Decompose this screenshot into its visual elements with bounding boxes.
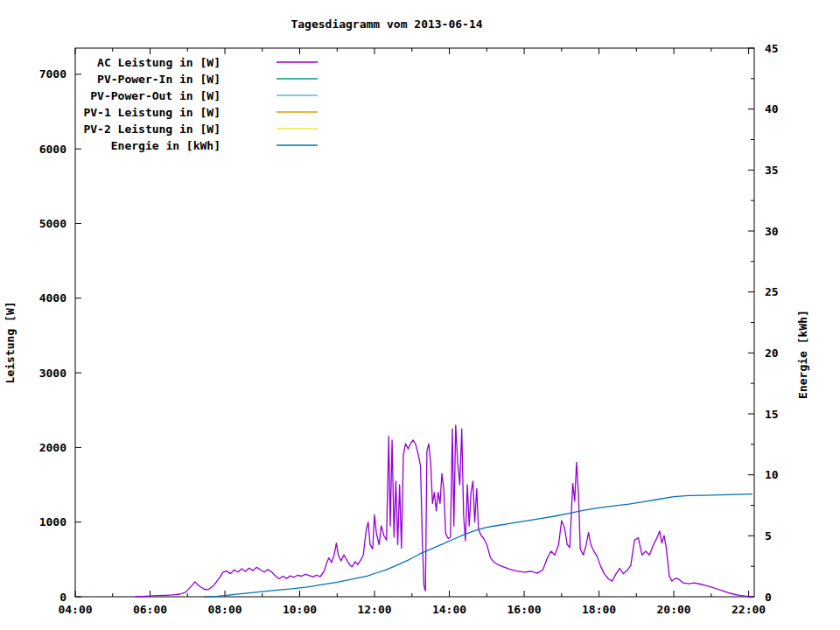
y-right-tick-label: 40 [765,102,779,116]
y-left-tick-label: 5000 [39,217,66,230]
legend-item: PV-1 Leistung in [W] [83,106,318,119]
x-tick-label: 04:00 [58,603,92,616]
y-left-tick-label: 1000 [39,515,66,528]
x-tick-label: 06:00 [133,603,167,616]
y-right-tick-label: 0 [765,591,772,604]
x-tick-label: 18:00 [582,603,616,616]
tagesdiagramm-chart: Tagesdiagramm vom 2013-06-1404:0006:0008… [0,0,840,630]
y-right-tick-label: 10 [765,468,779,481]
legend-label: AC Leistung in [W] [97,56,220,69]
y-axis-right: 051015202530354045Energie [kWh] [748,42,809,604]
y-left-tick-label: 7000 [39,67,66,80]
legend-label: Energie in [kWh] [111,139,220,152]
x-tick-label: 14:00 [432,603,466,616]
series-ac-leistung [135,425,750,597]
chart-canvas: Tagesdiagramm vom 2013-06-1404:0006:0008… [0,0,840,630]
y-left-tick-label: 3000 [39,367,66,380]
legend-item: PV-Power-In in [W] [97,73,318,86]
y-right-tick-label: 25 [765,285,779,298]
y-left-tick-label: 0 [60,591,66,604]
legend-item: PV-2 Leistung in [W] [83,122,318,136]
legend-label: PV-2 Leistung in [W] [83,122,220,136]
legend-item: Energie in [kWh] [111,139,318,152]
y-right-tick-label: 30 [765,225,779,238]
legend-item: PV-Power-Out in [W] [90,89,318,102]
chart-title: Tagesdiagramm vom 2013-06-14 [290,18,482,31]
series-energie [205,494,752,597]
legend-label: PV-Power-In in [W] [97,73,220,86]
y-axis-left: 01000200030004000500060007000Leistung [W… [4,67,81,603]
y-left-tick-label: 4000 [39,291,66,304]
x-tick-label: 22:00 [732,603,766,616]
x-tick-label: 10:00 [283,603,317,616]
y-right-axis-title: Energie [kWh] [796,310,809,399]
y-right-tick-label: 20 [765,346,779,360]
x-tick-label: 16:00 [507,603,541,616]
legend-item: AC Leistung in [W] [97,56,318,69]
legend-label: PV-1 Leistung in [W] [83,106,220,119]
y-right-tick-label: 45 [765,42,779,55]
y-right-tick-label: 15 [765,408,779,421]
y-left-axis-title: Leistung [W] [4,301,17,383]
y-left-tick-label: 2000 [39,441,66,454]
y-left-tick-label: 6000 [39,143,66,156]
legend-label: PV-Power-Out in [W] [90,89,220,102]
y-right-tick-label: 5 [765,529,772,542]
y-right-tick-label: 35 [765,164,779,177]
x-tick-label: 12:00 [357,603,391,616]
legend: AC Leistung in [W]PV-Power-In in [W]PV-P… [83,56,318,152]
x-tick-label: 20:00 [657,603,691,616]
x-tick-label: 08:00 [207,603,242,616]
